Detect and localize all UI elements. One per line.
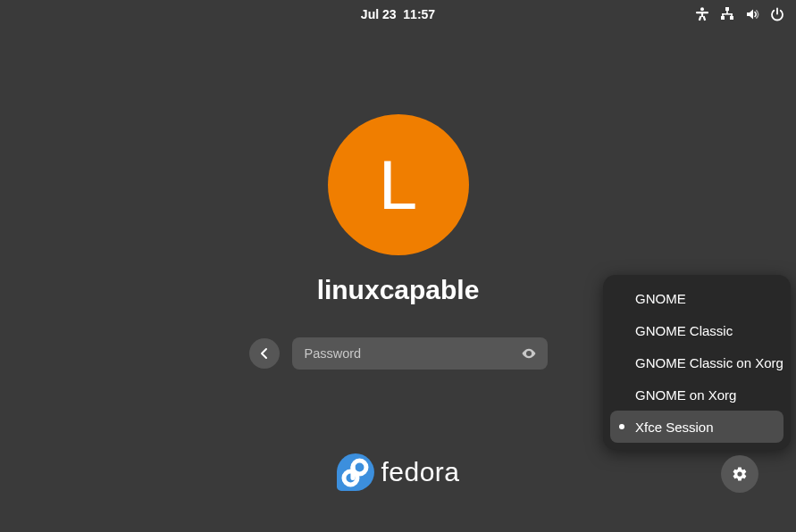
session-option-label: GNOME Classic on Xorg: [635, 355, 783, 370]
svg-rect-5: [725, 7, 729, 11]
session-option[interactable]: GNOME on Xorg: [610, 378, 783, 411]
reveal-password-button[interactable]: [519, 344, 539, 363]
svg-rect-10: [722, 13, 724, 17]
network-icon[interactable]: [719, 6, 735, 22]
power-icon[interactable]: [769, 6, 785, 22]
volume-icon[interactable]: [744, 6, 760, 22]
session-option-label: GNOME on Xorg: [635, 387, 736, 403]
back-button[interactable]: [249, 338, 280, 369]
password-row: [249, 337, 548, 370]
session-option[interactable]: GNOME: [610, 282, 783, 314]
svg-rect-9: [722, 13, 733, 15]
clock[interactable]: Jul 23 11:57: [361, 7, 435, 21]
user-avatar: L: [328, 114, 469, 255]
gear-icon: [732, 466, 748, 482]
svg-point-0: [700, 7, 704, 11]
time-label: 11:57: [403, 7, 435, 21]
selected-indicator-icon: [619, 424, 624, 429]
password-input[interactable]: [303, 345, 519, 362]
login-panel: L linuxcapable: [249, 114, 548, 370]
avatar-initial: L: [379, 145, 417, 226]
password-field-wrap: [292, 337, 548, 370]
eye-icon: [521, 345, 537, 362]
svg-rect-4: [703, 16, 707, 21]
session-menu: GNOMEGNOME ClassicGNOME Classic on XorgG…: [603, 275, 791, 450]
top-bar: Jul 23 11:57: [0, 0, 796, 29]
svg-point-12: [527, 353, 530, 355]
distro-logo: fedora: [336, 453, 459, 491]
session-option[interactable]: GNOME Classic: [610, 314, 783, 346]
user-name-label: linuxcapable: [317, 275, 480, 305]
fedora-logo-icon: [336, 453, 373, 491]
svg-rect-2: [701, 12, 703, 17]
session-option-label: GNOME: [635, 291, 686, 306]
svg-rect-3: [699, 16, 702, 21]
session-option-label: Xfce Session: [635, 420, 714, 435]
distro-wordmark: fedora: [381, 457, 459, 487]
system-tray: [694, 0, 785, 29]
chevron-left-icon: [259, 347, 270, 360]
svg-rect-11: [731, 13, 733, 17]
session-option-label: GNOME Classic: [635, 323, 733, 338]
session-option[interactable]: Xfce Session: [610, 411, 783, 443]
accessibility-icon[interactable]: [694, 6, 710, 22]
date-label: Jul 23: [361, 7, 397, 21]
session-settings-button[interactable]: [721, 455, 758, 493]
session-option[interactable]: GNOME Classic on Xorg: [610, 346, 783, 378]
